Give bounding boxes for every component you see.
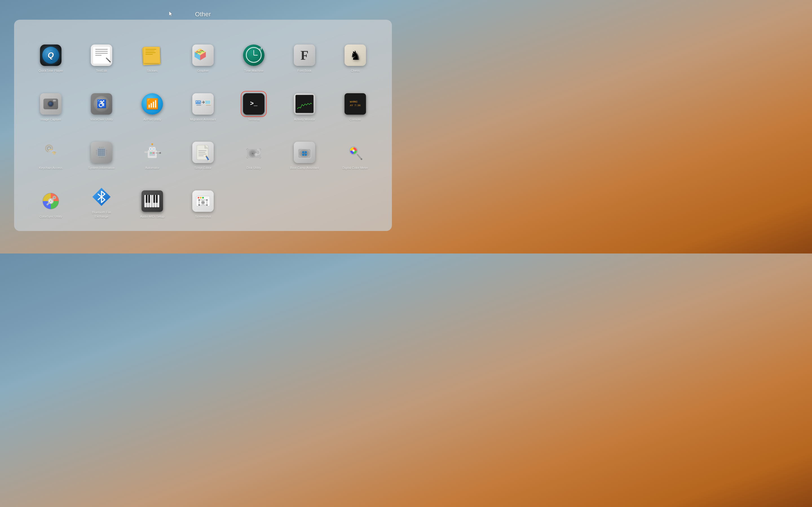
font-book-label: Font Book (297, 69, 312, 73)
app-item-disk-utility[interactable]: Disk Utility (229, 125, 279, 174)
audio-midi-setup-label: Audio MIDI Setup (140, 215, 164, 219)
app-item-voiceover-utility[interactable]: ♿ VoiceOver Utility (76, 77, 127, 126)
airport-utility-icon: 📶 (142, 93, 163, 115)
app-item-bluetooth-file-exchange[interactable]: Bluetooth File Exchange (76, 174, 127, 223)
digital-color-meter-icon (345, 142, 366, 163)
system-information-label: System Information (88, 166, 115, 170)
app-item-quicktime-player[interactable]: QuickTime Player (26, 28, 76, 77)
svg-rect-132 (206, 205, 207, 206)
svg-point-100 (50, 201, 51, 202)
textedit-line-4 (95, 55, 101, 55)
bluetooth-file-exchange-icon-wrapper (90, 186, 113, 208)
svg-point-51 (151, 144, 153, 145)
sysinfo-svg (93, 144, 110, 161)
timemachine-hour-hand (253, 50, 254, 55)
svg-rect-56 (153, 152, 154, 154)
app-item-system-information[interactable]: System Information (76, 125, 127, 174)
svg-rect-117 (156, 195, 158, 203)
app-item-time-machine[interactable]: ↺ Time Machine (229, 28, 279, 77)
svg-rect-38 (99, 147, 100, 148)
app-item-font-book[interactable]: F Font Book (279, 28, 330, 77)
mouse-cursor (169, 11, 174, 17)
app-item-console[interactable]: WARNI AY 7:36 Console (330, 77, 380, 126)
svg-rect-11 (205, 101, 210, 104)
chess-icon: ♞ (345, 45, 366, 66)
activity-monitor-screen (296, 95, 313, 113)
console-icon: WARNI AY 7:36 (345, 93, 366, 115)
automator-icon-wrapper (141, 141, 163, 164)
app-item-chess[interactable]: ♞ Chess (330, 28, 380, 77)
svg-rect-87 (305, 154, 307, 156)
keychain-svg (41, 142, 61, 163)
app-item-image-capture[interactable]: Image Capture (26, 77, 76, 126)
app-item-keychain-access[interactable]: Keychain Access (26, 125, 76, 174)
app-item-automator[interactable]: Automator (127, 125, 177, 174)
keychain-access-icon (40, 142, 61, 163)
sticky-text-lines (146, 49, 156, 56)
activity-monitor-icon-wrapper (293, 93, 316, 115)
boot-camp-assistant-icon-wrapper (293, 141, 316, 164)
activity-monitor-label: Activity Monitor (294, 117, 315, 121)
app-item-activity-monitor[interactable]: Activity Monitor (279, 77, 330, 126)
stickies-icon (142, 45, 163, 66)
empty-cell-1 (229, 174, 279, 223)
camera-lens (48, 101, 54, 107)
disk-utility-icon-wrapper (243, 141, 265, 164)
voiceover-utility-icon-wrapper: ♿ (90, 93, 113, 115)
app-item-airport-utility[interactable]: 📶 AirPort Utility (127, 77, 177, 126)
bluetooth-file-exchange-icon (91, 186, 112, 208)
image-capture-icon-wrapper (40, 93, 62, 115)
bootcamp-svg (296, 144, 313, 161)
app-item-audio-midi-setup[interactable]: Audio MIDI Setup (127, 174, 177, 223)
textedit-line-3 (95, 53, 108, 54)
app-item-terminal[interactable]: >_ Terminal (229, 77, 279, 126)
digital-color-meter-label: Digital Color Meter (342, 166, 368, 170)
app-item-screenshot[interactable]: Screenshot (177, 174, 229, 223)
app-item-boot-camp-assistant[interactable]: Boot Camp Assistant (279, 125, 330, 174)
quicktime-player-label: QuickTime Player (39, 69, 63, 73)
svg-rect-130 (206, 200, 207, 201)
stickies-icon-wrapper (141, 44, 163, 66)
grapher-icon-wrapper (192, 44, 214, 66)
svg-rect-42 (101, 157, 101, 158)
svg-rect-6 (197, 105, 201, 105)
timemachine-arrow-icon: ↺ (259, 47, 262, 51)
app-item-script-editor[interactable]: Script Editor (177, 125, 229, 174)
app-item-grapher[interactable]: Grapher (177, 28, 229, 77)
grapher-icon (192, 45, 214, 66)
app-item-colorsync-utility[interactable]: ColorSync Utility (26, 174, 76, 223)
app-item-digital-color-meter[interactable]: Digital Color Meter (330, 125, 380, 174)
font-book-icon-wrapper: F (293, 44, 316, 66)
boot-camp-assistant-label: Boot Camp Assistant (290, 166, 319, 170)
textedit-pen-icon (106, 57, 111, 62)
voiceover-utility-icon: ♿ (91, 93, 112, 115)
keychain-access-label: Keychain Access (39, 166, 62, 170)
image-capture-label: Image Capture (41, 117, 61, 121)
quicktime-player-icon (40, 45, 61, 66)
digital-color-meter-icon-wrapper (344, 141, 366, 164)
script-editor-icon (192, 142, 214, 163)
svg-rect-33 (96, 152, 97, 152)
app-item-migration-assistant[interactable]: Migration Assistant (177, 77, 229, 126)
image-capture-icon (40, 93, 61, 115)
app-item-textedit[interactable]: TextEdit (76, 28, 127, 77)
activity-monitor-icon (294, 93, 315, 115)
textedit-icon-wrapper (90, 44, 113, 66)
svg-point-91 (352, 150, 355, 152)
svg-rect-36 (106, 152, 107, 152)
svg-rect-5 (196, 101, 201, 104)
audiomidi-svg (144, 193, 161, 210)
font-book-icon: F (294, 45, 315, 66)
airport-utility-icon-wrapper: 📶 (141, 93, 163, 115)
folder-title: Other (0, 0, 406, 21)
activity-monitor-graph (297, 102, 312, 110)
terminal-icon: >_ (243, 93, 264, 115)
svg-point-134 (202, 202, 204, 203)
grapher-cube-svg (192, 45, 208, 60)
terminal-icon-wrapper: >_ (243, 93, 265, 115)
colorsync-utility-label: ColorSync Utility (40, 215, 62, 219)
quicktime-player-icon-wrapper (40, 44, 62, 66)
migration-assistant-icon-wrapper (192, 93, 214, 115)
app-item-stickies[interactable]: Stickies (127, 28, 177, 77)
svg-point-48 (150, 149, 151, 150)
